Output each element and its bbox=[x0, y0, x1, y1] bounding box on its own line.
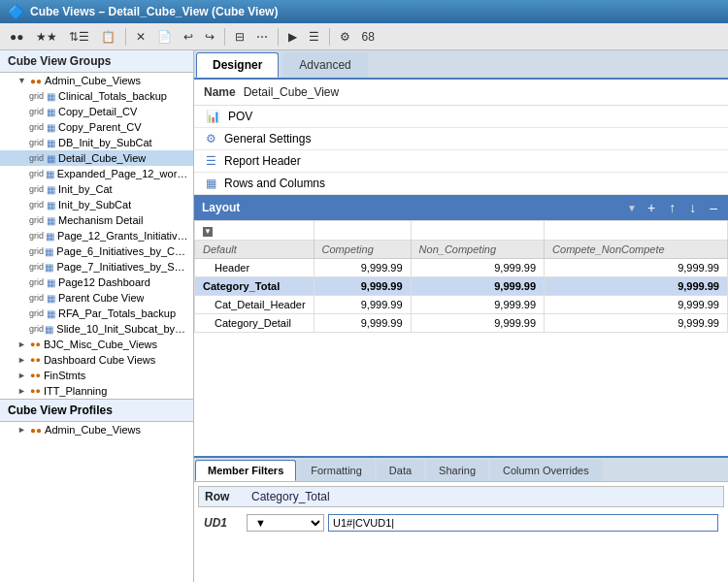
tree-item-14[interactable]: grid▦Parent Cube View bbox=[0, 290, 193, 306]
table-row: Category_Total9,999.999,999.999,999.99 bbox=[195, 277, 728, 296]
tree-item-19[interactable]: ►●●FinStmts bbox=[0, 368, 193, 383]
filter-cell-noncompeting bbox=[411, 221, 545, 241]
tab-designer[interactable]: Designer bbox=[196, 52, 279, 78]
tree-item-5[interactable]: grid▦Detail_Cube_View bbox=[0, 150, 193, 166]
bottom-row-header: Row Category_Total bbox=[198, 486, 724, 507]
tab-advanced[interactable]: Advanced bbox=[282, 52, 367, 78]
section-pov[interactable]: 📊 POV bbox=[194, 106, 728, 128]
toolbar-btn-clipboard[interactable]: 📋 bbox=[97, 28, 119, 46]
table-cell-value: 9,999.99 bbox=[411, 314, 545, 333]
bottom-tab-column-overrides[interactable]: Column Overrides bbox=[490, 460, 602, 481]
filter-cell-competing bbox=[314, 221, 411, 241]
layout-label: Layout bbox=[202, 201, 619, 214]
title-bar: 🔷 Cube Views – Detail_Cube_View (Cube Vi… bbox=[0, 0, 728, 23]
layout-up-btn[interactable]: ↑ bbox=[666, 201, 678, 214]
col-header-noncompeting: Non_Competing bbox=[411, 241, 545, 259]
tree-item-11[interactable]: grid▦Page_6_Initiatives_by_Categ… bbox=[0, 243, 193, 259]
toolbar-btn-updown[interactable]: ⇅☰ bbox=[65, 28, 93, 46]
section-rows-columns[interactable]: ▦ Rows and Columns bbox=[194, 173, 728, 195]
section-pov-label: POV bbox=[228, 110, 252, 123]
bottom-tab-data[interactable]: Data bbox=[377, 460, 424, 481]
toolbar-btn-play[interactable]: ▶ bbox=[284, 28, 301, 46]
table-cell-label: Category_Detail bbox=[195, 314, 314, 333]
bottom-row-value: Category_Total bbox=[251, 490, 330, 503]
cube-view-groups-header: Cube View Groups bbox=[0, 50, 193, 73]
tree-item-16[interactable]: grid▦Slide_10_Init_Subcat_by_Me… bbox=[0, 321, 193, 337]
table-body: Header9,999.999,999.999,999.99Category_T… bbox=[195, 259, 728, 333]
filter-cell-default: ▼ bbox=[195, 221, 314, 241]
tree-item-21[interactable]: Cube View Profiles bbox=[0, 399, 193, 422]
toolbar-btn-page[interactable]: 📄 bbox=[153, 28, 176, 46]
tree-item-13[interactable]: grid▦Page12 Dashboard bbox=[0, 275, 193, 290]
designer-content: Name Detail_Cube_View 📊 POV ⚙ General Se… bbox=[194, 80, 728, 456]
toolbar-btn-gear[interactable]: ⚙ bbox=[336, 28, 354, 46]
filter-cell-compete-noncompete bbox=[545, 221, 728, 241]
title-bar-text: Cube Views – Detail_Cube_View (Cube View… bbox=[30, 5, 278, 18]
bottom-input-field[interactable] bbox=[328, 514, 718, 532]
toolbar-btn-redo[interactable]: ↪ bbox=[201, 28, 218, 46]
tree-item-9[interactable]: grid▦Mechanism Detail bbox=[0, 212, 193, 228]
toolbar-btn-68[interactable]: 68 bbox=[358, 28, 379, 46]
data-table-container: ▼ Default Competing Non_Competing Compet… bbox=[194, 220, 728, 456]
toolbar-btn-dots1[interactable]: ●● bbox=[6, 28, 28, 46]
section-report-header-label: Report Header bbox=[224, 154, 301, 168]
table-row: Header9,999.999,999.999,999.99 bbox=[195, 259, 728, 277]
name-row: Name Detail_Cube_View bbox=[194, 80, 728, 106]
tree-item-7[interactable]: grid▦Init_by_Cat bbox=[0, 181, 193, 197]
layout-dropdown-icon[interactable]: ▼ bbox=[627, 203, 637, 213]
table-cell-value: 9,999.99 bbox=[545, 314, 728, 333]
rows-columns-icon: ▦ bbox=[206, 177, 216, 190]
layout-add-btn[interactable]: + bbox=[645, 201, 658, 214]
tree-item-1[interactable]: grid▦Clinical_Totals_backup bbox=[0, 88, 193, 104]
tree-item-8[interactable]: grid▦Init_by_SubCat bbox=[0, 197, 193, 212]
bottom-input-select[interactable]: ▼ bbox=[247, 514, 324, 532]
tree-item-10[interactable]: grid▦Page_12_Grants_Initiatives… bbox=[0, 228, 193, 243]
bottom-tab-member-filters[interactable]: Member Filters bbox=[195, 460, 296, 481]
table-row: Category_Detail9,999.999,999.999,999.99 bbox=[195, 314, 728, 333]
section-general-settings-label: General Settings bbox=[224, 132, 311, 146]
tree-item-12[interactable]: grid▦Page_7_Initiatives_by_SubC… bbox=[0, 259, 193, 275]
tree-item-4[interactable]: grid▦DB_Init_by_SubCat bbox=[0, 135, 193, 150]
table-cell-value: 9,999.99 bbox=[545, 296, 728, 314]
tree-item-15[interactable]: grid▦RFA_Par_Totals_backup bbox=[0, 306, 193, 321]
toolbar-btn-minus[interactable]: ⊟ bbox=[231, 28, 248, 46]
bottom-panel: Member Filters Formatting Data Sharing C… bbox=[194, 456, 728, 582]
table-cell-value: 9,999.99 bbox=[545, 277, 728, 296]
layout-remove-btn[interactable]: – bbox=[707, 201, 720, 214]
layout-down-btn[interactable]: ↓ bbox=[686, 201, 699, 214]
tree-item-17[interactable]: ►●●BJC_Misc_Cube_Views bbox=[0, 337, 193, 352]
bottom-tab-formatting[interactable]: Formatting bbox=[298, 460, 375, 481]
tree-item-20[interactable]: ►●●ITT_Planning bbox=[0, 383, 193, 399]
table-cell-value: 9,999.99 bbox=[314, 296, 411, 314]
table-cell-value: 9,999.99 bbox=[314, 314, 411, 333]
layout-header: Layout ▼ + ↑ ↓ – bbox=[194, 195, 728, 220]
toolbar-btn-undo[interactable]: ↩ bbox=[180, 28, 197, 46]
tree-item-0[interactable]: ▼●●Admin_Cube_Views bbox=[0, 73, 193, 88]
toolbar-btn-stars[interactable]: ★★ bbox=[32, 28, 61, 46]
toolbar-sep-2 bbox=[224, 28, 225, 46]
report-header-icon: ☰ bbox=[206, 154, 216, 168]
section-general-settings[interactable]: ⚙ General Settings bbox=[194, 128, 728, 150]
bottom-input-label: UD1 bbox=[204, 516, 243, 530]
table-cell-label: Category_Total bbox=[195, 277, 314, 296]
tree-container: ▼●●Admin_Cube_Viewsgrid▦Clinical_Totals_… bbox=[0, 73, 193, 437]
tree-item-2[interactable]: grid▦Copy_Detail_CV bbox=[0, 104, 193, 119]
col-header-competing: Competing bbox=[314, 241, 411, 259]
right-panel: Designer Advanced Name Detail_Cube_View … bbox=[194, 50, 728, 582]
toolbar-btn-close[interactable]: ✕ bbox=[132, 28, 149, 46]
tree-item-22[interactable]: ►●●Admin_Cube_Views bbox=[0, 422, 193, 437]
name-label: Name bbox=[204, 85, 236, 99]
bottom-tab-sharing[interactable]: Sharing bbox=[426, 460, 488, 481]
table-cell-value: 9,999.99 bbox=[545, 259, 728, 277]
app-icon: 🔷 bbox=[8, 4, 24, 19]
toolbar-btn-menu[interactable]: ☰ bbox=[305, 28, 323, 46]
bottom-input-row: UD1 ▼ bbox=[198, 511, 724, 534]
tree-item-3[interactable]: grid▦Copy_Parent_CV bbox=[0, 119, 193, 135]
toolbar-btn-more[interactable]: ⋯ bbox=[252, 28, 272, 46]
tree-item-18[interactable]: ►●●Dashboard Cube Views bbox=[0, 352, 193, 368]
section-report-header[interactable]: ☰ Report Header bbox=[194, 150, 728, 173]
table-filter-row: ▼ bbox=[195, 221, 728, 241]
tree-item-6[interactable]: grid▦Expanded_Page_12_workin… bbox=[0, 166, 193, 181]
main-layout: Cube View Groups ▼●●Admin_Cube_Viewsgrid… bbox=[0, 50, 728, 582]
left-panel: Cube View Groups ▼●●Admin_Cube_Viewsgrid… bbox=[0, 50, 194, 582]
